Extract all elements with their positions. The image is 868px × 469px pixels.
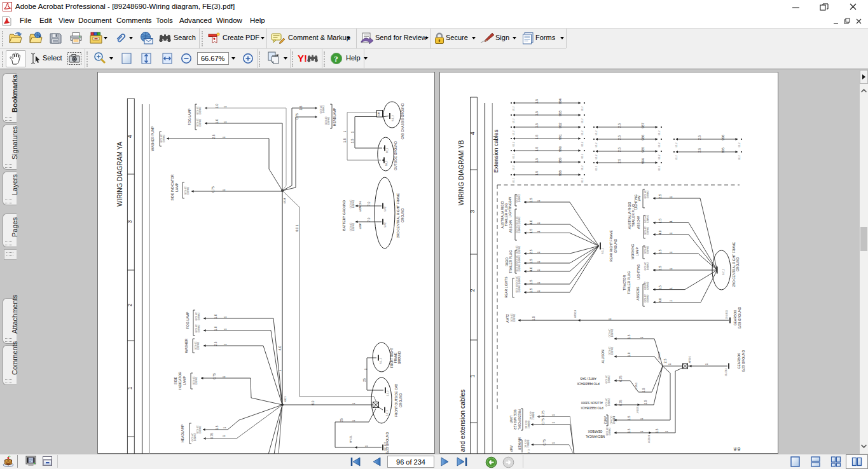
svg-text:S8_1: S8_1 <box>386 148 389 153</box>
svg-text:1: 1 <box>668 363 672 365</box>
svg-text:29 L/B11: 29 L/B11 <box>726 310 728 319</box>
svg-text:1.5: 1.5 <box>299 105 303 110</box>
svg-text:I21.2: I21.2 <box>513 118 515 123</box>
svg-text:FRAME: FRAME <box>394 353 397 363</box>
svg-text:AMT2: AMT2 <box>506 314 509 323</box>
svg-text:E/JB GROUND: E/JB GROUND <box>385 432 389 454</box>
svg-text:1.5: 1.5 <box>655 428 659 433</box>
svg-text:1.5: 1.5 <box>535 171 539 175</box>
svg-text:1: 1 <box>365 445 368 447</box>
svg-text:995: 995 <box>721 147 725 153</box>
svg-text:1: 1 <box>223 435 226 437</box>
svg-text:I21.2: I21.2 <box>513 165 515 170</box>
svg-text:E/BR62: E/BR62 <box>647 282 649 289</box>
svg-text:25: 25 <box>340 418 343 422</box>
svg-text:LAMP: LAMP <box>175 182 179 192</box>
svg-text:1.5: 1.5 <box>529 288 533 292</box>
svg-text:REAR RIGHT FRAME: REAR RIGHT FRAME <box>609 230 613 262</box>
svg-text:XC3B21: XC3B21 <box>648 435 651 444</box>
svg-text:985: 985 <box>641 147 645 153</box>
svg-text:E/BR62: E/BR62 <box>199 119 202 126</box>
svg-text:E/BR62: E/BR62 <box>647 246 649 254</box>
svg-text:2.5: 2.5 <box>658 266 662 270</box>
svg-text:2: 2 <box>127 303 133 306</box>
svg-text:1: 1 <box>670 287 673 289</box>
svg-text:GROUND: GROUND <box>614 239 617 254</box>
svg-text:0.75: 0.75 <box>212 373 216 379</box>
svg-text:990: 990 <box>558 146 562 152</box>
svg-text:9F L51: 9F L51 <box>350 435 352 443</box>
svg-text:I31.2: I31.2 <box>581 118 584 123</box>
svg-text:1: 1 <box>552 414 555 416</box>
svg-text:E/BR62: E/BR62 <box>518 264 521 271</box>
svg-text:I21.2: I21.2 <box>595 166 598 170</box>
svg-text:1.5: 1.5 <box>535 135 539 139</box>
svg-text:I21.2: I21.2 <box>513 178 515 182</box>
svg-text:TRAILER PLUG: TRAILER PLUG <box>627 271 631 294</box>
svg-text:I31.2: I31.2 <box>658 130 661 135</box>
svg-text:GC9 4C: GC9 4C <box>524 440 527 448</box>
svg-text:E/BR62: E/BR62 <box>199 426 202 433</box>
svg-text:AMT2: AMT2 <box>603 416 607 425</box>
svg-text:GEARBOX: GEARBOX <box>588 430 603 433</box>
svg-text:S.5_1: S.5_1 <box>602 248 604 254</box>
svg-text:SIDE MARKER: SIDE MARKER <box>513 409 516 430</box>
svg-text:1: 1 <box>640 430 644 432</box>
svg-text:ALLISON S3000: ALLISON S3000 <box>581 401 603 404</box>
svg-text:996: 996 <box>721 135 725 140</box>
svg-text:1.0: 1.0 <box>214 326 217 330</box>
svg-text:XF202: XF202 <box>689 356 691 363</box>
svg-text:E/BR62: E/BR62 <box>608 376 610 383</box>
svg-text:4.0: 4.0 <box>529 267 533 271</box>
svg-text:E/BR62: E/BR62 <box>518 225 521 233</box>
svg-text:Extension cables: Extension cables <box>493 129 499 173</box>
svg-text:0.75: 0.75 <box>211 186 215 193</box>
svg-text:E/BR62: E/BR62 <box>198 325 200 332</box>
svg-text:25: 25 <box>362 378 366 382</box>
svg-text:4: 4 <box>127 135 133 138</box>
svg-text:ABS 24V: ABS 24V <box>637 215 640 229</box>
svg-text:1.5: 1.5 <box>658 249 662 254</box>
svg-text:1.2_2: 1.2_2 <box>387 391 389 397</box>
svg-text:X923: X923 <box>284 397 287 402</box>
svg-text:LAMP: LAMP <box>509 416 513 424</box>
svg-text:I31.2: I31.2 <box>738 155 741 160</box>
svg-text:I31.2: I31.2 <box>581 178 584 182</box>
svg-text:1.0: 1.0 <box>214 314 217 318</box>
svg-text:2.5: 2.5 <box>529 249 533 254</box>
svg-text:1: 1 <box>670 300 673 302</box>
svg-text:4: 4 <box>469 132 476 135</box>
svg-text:and extension cables: and extension cables <box>458 390 466 452</box>
svg-text:1: 1 <box>352 419 355 421</box>
svg-text:988: 988 <box>558 170 562 176</box>
svg-text:1: 1 <box>223 189 226 191</box>
svg-text:REAR LIGHTS: REAR LIGHTS <box>504 276 508 298</box>
svg-text:1.5: 1.5 <box>343 138 347 142</box>
svg-text:2.5: 2.5 <box>698 135 701 140</box>
svg-text:7.0: 7.0 <box>367 201 371 206</box>
svg-text:1: 1 <box>223 376 226 377</box>
svg-text:E/BR62: E/BR62 <box>527 440 529 447</box>
svg-text:LAMP: LAMP <box>635 247 639 256</box>
svg-text:LAMP: LAMP <box>183 376 186 385</box>
svg-text:1.5: 1.5 <box>627 428 631 433</box>
svg-text:1.5: 1.5 <box>658 219 662 223</box>
svg-text:7.0: 7.0 <box>367 217 371 222</box>
svg-text:MARKER: MARKER <box>518 437 521 450</box>
svg-text:LIGHTING: LIGHTING <box>637 264 640 280</box>
svg-text:S.7_1: S.7_1 <box>722 269 725 275</box>
svg-text:0.75: 0.75 <box>619 376 623 382</box>
svg-text:ADR: ADR <box>359 224 362 229</box>
svg-text:1: 1 <box>537 231 541 233</box>
svg-text:E/BR62: E/BR62 <box>195 377 198 384</box>
svg-text:994: 994 <box>558 99 562 104</box>
svg-text:E/BR62: E/BR62 <box>194 433 196 441</box>
svg-text:1: 1 <box>224 316 227 318</box>
svg-text:NO ADR: NO ADR <box>359 201 362 212</box>
svg-text:E/BR62: E/BR62 <box>647 191 649 198</box>
svg-text:1: 1 <box>223 426 226 428</box>
svg-text:2.5: 2.5 <box>617 147 621 152</box>
svg-text:24V: 24V <box>637 195 641 201</box>
svg-text:E/BR62: E/BR62 <box>518 285 521 292</box>
svg-text:E/BR62: E/BR62 <box>352 223 355 231</box>
